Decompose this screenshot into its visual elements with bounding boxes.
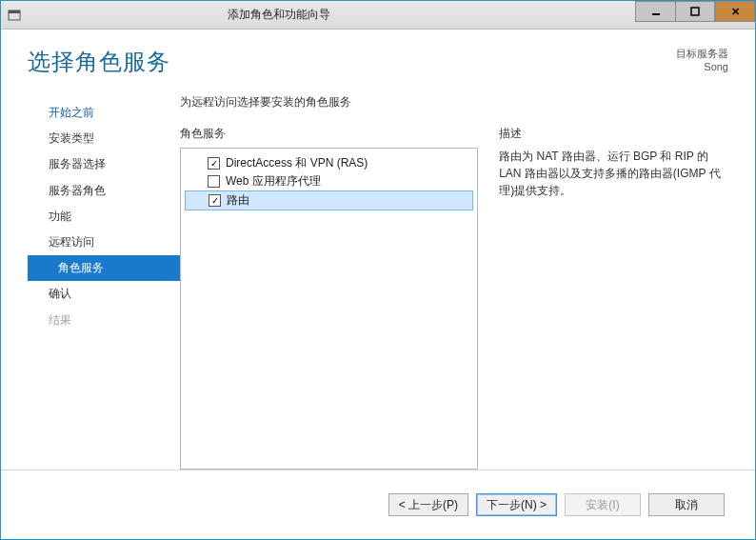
sidebar-item-3[interactable]: 服务器角色 [28,178,180,204]
sidebar-item-7[interactable]: 确认 [28,281,180,307]
sidebar-item-2[interactable]: 服务器选择 [28,151,180,177]
next-button[interactable]: 下一步(N) > [476,493,557,516]
sidebar-item-1[interactable]: 安装类型 [28,126,180,151]
sidebar-item-0[interactable]: 开始之前 [28,100,180,126]
sidebar-item-4[interactable]: 功能 [28,204,180,230]
target-server-box: 目标服务器 Song [676,47,728,74]
target-server-label: 目标服务器 [676,47,728,60]
role-label-2: 路由 [227,192,249,209]
role-row-1[interactable]: Web 应用程序代理 [185,172,473,190]
description-column: 描述 路由为 NAT 路由器、运行 BGP 和 RIP 的 LAN 路由器以及支… [499,126,728,470]
minimize-button[interactable] [635,1,675,22]
wizard-window: 添加角色和功能向导 ✕ 选择角色服务 目标服务器 Song 开始之前安装类型服务… [0,0,756,540]
target-server-value: Song [676,60,728,73]
install-button: 安装(I) [565,493,641,516]
roles-label: 角色服务 [180,126,478,142]
two-column-layout: 角色服务 ✓DirectAccess 和 VPN (RAS)Web 应用程序代理… [180,126,728,470]
roles-column: 角色服务 ✓DirectAccess 和 VPN (RAS)Web 应用程序代理… [180,126,478,470]
role-checkbox-2[interactable]: ✓ [209,194,221,207]
svg-rect-2 [652,13,660,15]
maximize-button[interactable] [675,1,715,22]
app-icon [1,1,28,30]
role-label-0: DirectAccess 和 VPN (RAS) [226,155,368,171]
footer-divider [1,470,755,470]
role-checkbox-1[interactable] [208,175,220,188]
footer: < 上一步(P) 下一步(N) > 安装(I) 取消 [28,482,728,528]
role-checkbox-0[interactable]: ✓ [208,157,220,170]
previous-button[interactable]: < 上一步(P) [388,493,468,516]
role-row-0[interactable]: ✓DirectAccess 和 VPN (RAS) [185,154,473,172]
description-label: 描述 [499,126,728,142]
description-text: 路由为 NAT 路由器、运行 BGP 和 RIP 的 LAN 路由器以及支持多播… [499,148,728,199]
sidebar-item-6[interactable]: 角色服务 [28,255,180,281]
main-panel: 为远程访问选择要安装的角色服务 角色服务 ✓DirectAccess 和 VPN… [180,94,728,470]
titlebar[interactable]: 添加角色和功能向导 ✕ [1,1,755,30]
content-area: 选择角色服务 目标服务器 Song 开始之前安装类型服务器选择服务器角色功能远程… [1,30,755,539]
role-label-1: Web 应用程序代理 [226,173,321,190]
role-row-2[interactable]: ✓路由 [185,190,473,210]
svg-rect-3 [691,8,699,15]
sidebar-item-8: 结果 [28,308,180,333]
svg-rect-1 [9,10,20,13]
body: 开始之前安装类型服务器选择服务器角色功能远程访问角色服务确认结果 为远程访问选择… [28,94,728,470]
window-controls: ✕ [635,1,755,29]
window-title: 添加角色和功能向导 [28,7,635,23]
wizard-steps-sidebar: 开始之前安装类型服务器选择服务器角色功能远程访问角色服务确认结果 [28,94,180,470]
sidebar-item-5[interactable]: 远程访问 [28,230,180,255]
page-title: 选择角色服务 [28,47,170,77]
instruction-text: 为远程访问选择要安装的角色服务 [180,94,728,110]
cancel-button[interactable]: 取消 [648,493,725,516]
roles-listbox[interactable]: ✓DirectAccess 和 VPN (RAS)Web 应用程序代理✓路由 [180,148,478,470]
header-row: 选择角色服务 目标服务器 Song [28,47,728,77]
close-button[interactable]: ✕ [715,1,755,22]
